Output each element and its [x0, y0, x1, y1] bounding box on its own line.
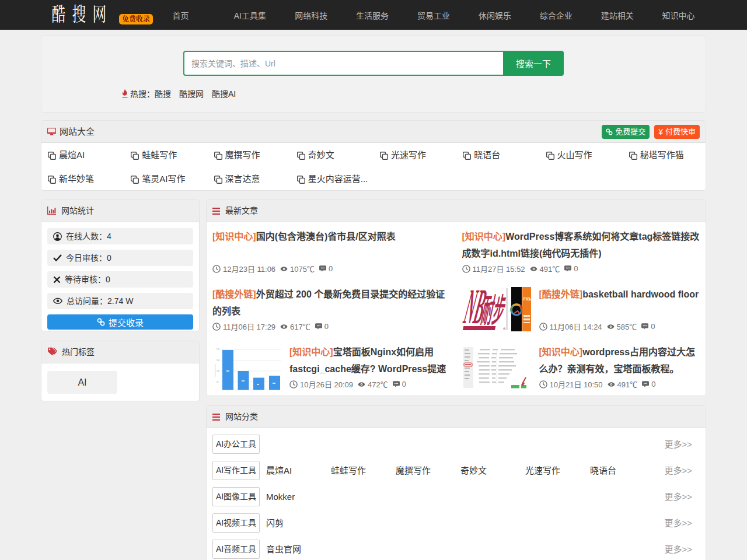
svg-text:®: ®: [503, 327, 506, 331]
svg-text:50: 50: [217, 381, 219, 383]
svg-text:FIBA: FIBA: [523, 296, 532, 302]
svg-text:100: 100: [217, 370, 219, 372]
svg-text:150: 150: [217, 359, 219, 362]
svg-text:170: 170: [217, 348, 219, 351]
